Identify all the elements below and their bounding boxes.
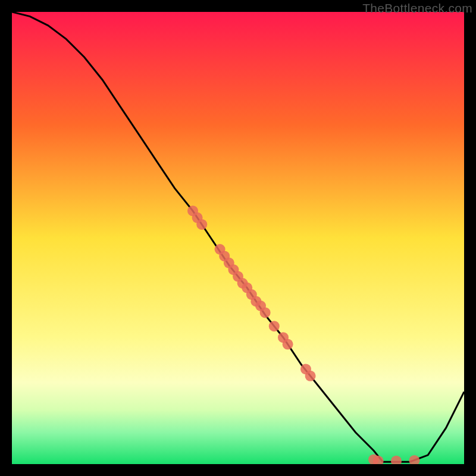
- plot-area: [12, 12, 464, 464]
- marker-point: [269, 321, 280, 331]
- marker-point: [283, 339, 293, 350]
- watermark-text: TheBottleneck.com: [362, 1, 472, 15]
- gradient-background: [12, 12, 464, 464]
- chart-svg: [12, 12, 464, 464]
- marker-point: [196, 219, 207, 230]
- marker-point: [305, 371, 316, 381]
- marker-point: [260, 307, 271, 318]
- outer-frame: TheBottleneck.com: [0, 0, 476, 476]
